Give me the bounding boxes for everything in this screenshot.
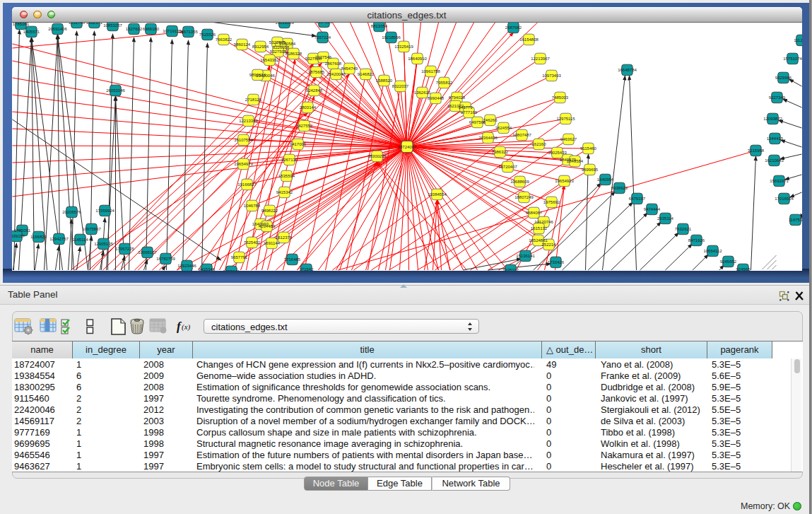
svg-text:10807487: 10807487 [512,133,531,137]
svg-text:2867608: 2867608 [324,62,341,66]
svg-text:7357224: 7357224 [314,35,331,40]
svg-text:1785061: 1785061 [12,23,29,26]
svg-text:9415346: 9415346 [198,267,215,271]
svg-text:12213369: 12213369 [239,119,258,123]
svg-text:9115460: 9115460 [580,146,597,151]
svg-text:9327505: 9327505 [269,49,286,54]
svg-text:10654112: 10654112 [703,249,722,253]
svg-text:16543362: 16543362 [260,58,279,62]
svg-text:22420046: 22420046 [326,72,346,76]
svg-text:9245652: 9245652 [719,259,736,264]
svg-text:8454749: 8454749 [341,66,358,71]
svg-text:12213967: 12213967 [531,57,550,61]
svg-text:1604523: 1604523 [315,23,332,24]
svg-text:2803144: 2803144 [299,105,316,110]
svg-text:9890614: 9890614 [249,73,266,77]
svg-text:18807249: 18807249 [514,195,534,199]
svg-text:13325419: 13325419 [394,45,413,49]
svg-text:1145114: 1145114 [72,238,88,242]
svg-text:15136141: 15136141 [516,254,535,258]
svg-text:8186328: 8186328 [285,52,302,56]
svg-text:1112845: 1112845 [794,38,802,42]
svg-text:9860124: 9860124 [233,42,250,47]
svg-text:8427552: 8427552 [295,124,312,128]
svg-text:746266: 746266 [483,118,498,122]
svg-text:9777169: 9777169 [460,110,477,115]
svg-text:1527602: 1527602 [125,27,142,31]
svg-text:1785061: 1785061 [13,228,30,233]
svg-text:16782759: 16782759 [156,257,175,261]
svg-text:10958107: 10958107 [138,250,157,255]
svg-text:16671355: 16671355 [179,30,198,34]
svg-text:9417006: 9417006 [289,142,306,146]
svg-text:16107554: 16107554 [234,138,253,142]
svg-text:10120746: 10120746 [534,220,553,224]
svg-text:1733426: 1733426 [547,260,564,264]
svg-text:18640910: 18640910 [408,57,427,61]
svg-text:19166827: 19166827 [237,182,257,187]
svg-text:1002371: 1002371 [86,23,102,25]
svg-text:9684067: 9684067 [525,211,542,215]
svg-text:1935112: 1935112 [502,268,519,271]
svg-text:10973493: 10973493 [542,74,561,78]
svg-text:8990448: 8990448 [427,96,444,100]
svg-text:2687682: 2687682 [505,25,522,30]
svg-text:10688609: 10688609 [510,180,529,184]
svg-text:16648784: 16648784 [618,68,637,72]
svg-text:1156829: 1156829 [30,235,47,239]
svg-text:12905135: 12905135 [94,242,113,246]
svg-text:1615132: 1615132 [530,226,547,230]
svg-text:9463627: 9463627 [560,137,577,141]
svg-text:1691144: 1691144 [264,241,281,245]
svg-text:1051746: 1051746 [68,23,85,25]
svg-text:15692971: 15692971 [770,179,789,183]
svg-text:19384554: 19384554 [428,192,447,197]
svg-text:7663822: 7663822 [215,37,232,42]
svg-text:1046788: 1046788 [243,204,260,208]
svg-text:16210643: 16210643 [765,158,784,163]
svg-text:1535594: 1535594 [278,174,295,178]
svg-text:8471626: 8471626 [688,238,705,243]
svg-text:9415342: 9415342 [276,190,293,194]
svg-text:15751074: 15751074 [783,57,802,61]
svg-text:2935114: 2935114 [657,216,674,221]
svg-text:17957225: 17957225 [115,247,134,251]
svg-text:19654923: 19654923 [555,179,574,183]
svg-text:924565: 924565 [736,267,751,271]
svg-text:8912954: 8912954 [252,45,269,49]
svg-text:3215958: 3215958 [747,148,764,153]
svg-text:26053346: 26053346 [106,88,125,93]
svg-text:7485003: 7485003 [551,95,568,100]
svg-text:9258641: 9258641 [223,269,240,271]
svg-text:9699695: 9699695 [581,168,598,172]
svg-text:945779: 945779 [458,105,473,110]
svg-text:2612379: 2612379 [275,235,292,240]
svg-text:4034489: 4034489 [258,224,275,228]
svg-text:16033809: 16033809 [275,23,294,25]
svg-text:20364436: 20364436 [478,136,498,140]
svg-text:12975115: 12975115 [556,117,575,121]
svg-text:16154808: 16154808 [519,37,539,42]
svg-text:1405571: 1405571 [23,30,40,34]
svg-text:1975692: 1975692 [543,200,560,204]
svg-text:9498222: 9498222 [261,209,278,213]
svg-text:12923446: 12923446 [177,264,196,268]
svg-text:2337546: 2337546 [314,55,331,59]
svg-text:1362615: 1362615 [413,90,430,95]
svg-text:12942757: 12942757 [49,237,69,241]
svg-text:10853257: 10853257 [103,23,122,28]
svg-text:10975867: 10975867 [82,227,101,231]
svg-text:1640954: 1640954 [596,177,613,182]
svg-text:8938923: 8938923 [611,186,628,190]
svg-text:6479197: 6479197 [628,197,645,201]
svg-text:20691406: 20691406 [48,27,67,31]
svg-text:7386322: 7386322 [491,150,508,154]
svg-text:9242848: 9242848 [305,88,322,93]
svg-text:17359924: 17359924 [95,209,114,213]
svg-text:116753: 116753 [788,218,801,222]
svg-text:10025433: 10025433 [548,151,567,155]
svg-text:20206576: 20206576 [62,210,81,214]
svg-text:162160: 162160 [531,142,546,146]
svg-text:(x): (x) [182,322,191,332]
svg-text:7515526: 7515526 [199,33,216,37]
